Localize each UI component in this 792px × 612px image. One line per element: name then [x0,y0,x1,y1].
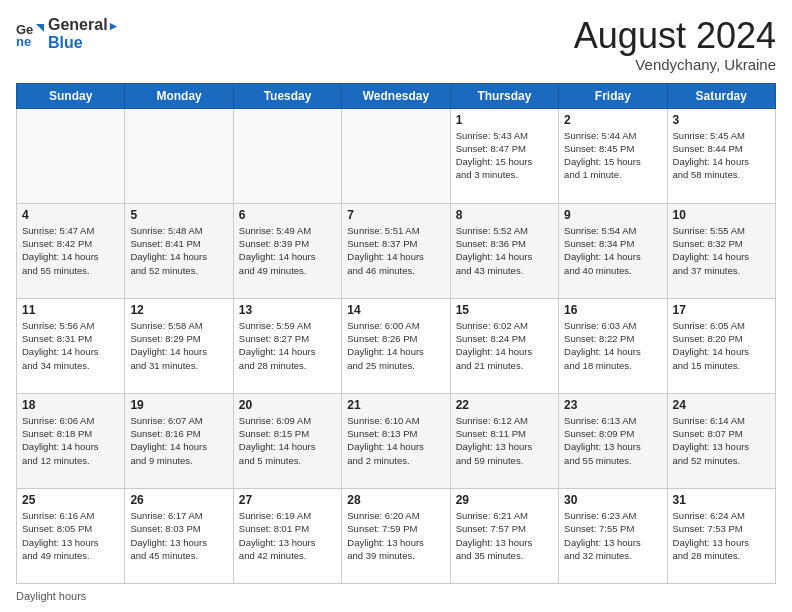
day-info: Sunrise: 6:05 AM Sunset: 8:20 PM Dayligh… [673,319,770,372]
table-row: 8Sunrise: 5:52 AM Sunset: 8:36 PM Daylig… [450,203,558,298]
day-number: 12 [130,303,227,317]
day-number: 1 [456,113,553,127]
day-info: Sunrise: 5:47 AM Sunset: 8:42 PM Dayligh… [22,224,119,277]
footer: Daylight hours [16,590,776,602]
svg-text:ne: ne [16,34,31,48]
table-row: 12Sunrise: 5:58 AM Sunset: 8:29 PM Dayli… [125,298,233,393]
col-friday: Friday [559,83,667,108]
table-row: 26Sunrise: 6:17 AM Sunset: 8:03 PM Dayli… [125,488,233,583]
day-info: Sunrise: 6:17 AM Sunset: 8:03 PM Dayligh… [130,509,227,562]
day-info: Sunrise: 6:00 AM Sunset: 8:26 PM Dayligh… [347,319,444,372]
page: Ge ne General► Blue August 2024 Vendycha… [0,0,792,612]
day-info: Sunrise: 5:56 AM Sunset: 8:31 PM Dayligh… [22,319,119,372]
calendar-week-row: 25Sunrise: 6:16 AM Sunset: 8:05 PM Dayli… [17,488,776,583]
day-info: Sunrise: 6:06 AM Sunset: 8:18 PM Dayligh… [22,414,119,467]
day-info: Sunrise: 6:03 AM Sunset: 8:22 PM Dayligh… [564,319,661,372]
day-number: 24 [673,398,770,412]
svg-marker-2 [36,24,44,32]
day-info: Sunrise: 6:21 AM Sunset: 7:57 PM Dayligh… [456,509,553,562]
logo-text-line1: General► [48,16,119,34]
table-row: 19Sunrise: 6:07 AM Sunset: 8:16 PM Dayli… [125,393,233,488]
table-row: 3Sunrise: 5:45 AM Sunset: 8:44 PM Daylig… [667,108,775,203]
col-thursday: Thursday [450,83,558,108]
table-row: 24Sunrise: 6:14 AM Sunset: 8:07 PM Dayli… [667,393,775,488]
calendar-week-row: 11Sunrise: 5:56 AM Sunset: 8:31 PM Dayli… [17,298,776,393]
table-row: 9Sunrise: 5:54 AM Sunset: 8:34 PM Daylig… [559,203,667,298]
day-info: Sunrise: 6:20 AM Sunset: 7:59 PM Dayligh… [347,509,444,562]
table-row [233,108,341,203]
day-number: 7 [347,208,444,222]
table-row: 17Sunrise: 6:05 AM Sunset: 8:20 PM Dayli… [667,298,775,393]
table-row: 4Sunrise: 5:47 AM Sunset: 8:42 PM Daylig… [17,203,125,298]
day-number: 2 [564,113,661,127]
day-number: 8 [456,208,553,222]
table-row: 28Sunrise: 6:20 AM Sunset: 7:59 PM Dayli… [342,488,450,583]
calendar-header-row: Sunday Monday Tuesday Wednesday Thursday… [17,83,776,108]
header: Ge ne General► Blue August 2024 Vendycha… [16,16,776,73]
calendar-week-row: 18Sunrise: 6:06 AM Sunset: 8:18 PM Dayli… [17,393,776,488]
day-info: Sunrise: 5:49 AM Sunset: 8:39 PM Dayligh… [239,224,336,277]
table-row: 15Sunrise: 6:02 AM Sunset: 8:24 PM Dayli… [450,298,558,393]
table-row: 22Sunrise: 6:12 AM Sunset: 8:11 PM Dayli… [450,393,558,488]
day-number: 21 [347,398,444,412]
day-info: Sunrise: 6:10 AM Sunset: 8:13 PM Dayligh… [347,414,444,467]
location: Vendychany, Ukraine [574,56,776,73]
day-info: Sunrise: 6:19 AM Sunset: 8:01 PM Dayligh… [239,509,336,562]
table-row: 18Sunrise: 6:06 AM Sunset: 8:18 PM Dayli… [17,393,125,488]
day-info: Sunrise: 5:45 AM Sunset: 8:44 PM Dayligh… [673,129,770,182]
table-row: 5Sunrise: 5:48 AM Sunset: 8:41 PM Daylig… [125,203,233,298]
day-number: 19 [130,398,227,412]
day-number: 13 [239,303,336,317]
table-row: 16Sunrise: 6:03 AM Sunset: 8:22 PM Dayli… [559,298,667,393]
table-row [125,108,233,203]
col-wednesday: Wednesday [342,83,450,108]
day-number: 10 [673,208,770,222]
logo-icon: Ge ne [16,20,44,48]
table-row: 31Sunrise: 6:24 AM Sunset: 7:53 PM Dayli… [667,488,775,583]
table-row: 13Sunrise: 5:59 AM Sunset: 8:27 PM Dayli… [233,298,341,393]
table-row: 23Sunrise: 6:13 AM Sunset: 8:09 PM Dayli… [559,393,667,488]
table-row: 25Sunrise: 6:16 AM Sunset: 8:05 PM Dayli… [17,488,125,583]
day-info: Sunrise: 6:09 AM Sunset: 8:15 PM Dayligh… [239,414,336,467]
table-row: 7Sunrise: 5:51 AM Sunset: 8:37 PM Daylig… [342,203,450,298]
day-number: 16 [564,303,661,317]
day-number: 9 [564,208,661,222]
logo-text-line2: Blue [48,34,119,52]
day-number: 4 [22,208,119,222]
day-number: 30 [564,493,661,507]
day-info: Sunrise: 5:59 AM Sunset: 8:27 PM Dayligh… [239,319,336,372]
day-info: Sunrise: 6:24 AM Sunset: 7:53 PM Dayligh… [673,509,770,562]
col-monday: Monday [125,83,233,108]
day-info: Sunrise: 5:51 AM Sunset: 8:37 PM Dayligh… [347,224,444,277]
day-number: 26 [130,493,227,507]
day-info: Sunrise: 5:54 AM Sunset: 8:34 PM Dayligh… [564,224,661,277]
day-number: 5 [130,208,227,222]
table-row: 27Sunrise: 6:19 AM Sunset: 8:01 PM Dayli… [233,488,341,583]
day-info: Sunrise: 6:02 AM Sunset: 8:24 PM Dayligh… [456,319,553,372]
day-number: 23 [564,398,661,412]
day-number: 3 [673,113,770,127]
table-row: 11Sunrise: 5:56 AM Sunset: 8:31 PM Dayli… [17,298,125,393]
month-year: August 2024 [574,16,776,56]
calendar-week-row: 1Sunrise: 5:43 AM Sunset: 8:47 PM Daylig… [17,108,776,203]
footer-label: Daylight hours [16,590,86,602]
day-info: Sunrise: 5:43 AM Sunset: 8:47 PM Dayligh… [456,129,553,182]
table-row: 14Sunrise: 6:00 AM Sunset: 8:26 PM Dayli… [342,298,450,393]
day-info: Sunrise: 6:13 AM Sunset: 8:09 PM Dayligh… [564,414,661,467]
day-number: 28 [347,493,444,507]
day-number: 14 [347,303,444,317]
day-number: 15 [456,303,553,317]
day-number: 17 [673,303,770,317]
day-number: 6 [239,208,336,222]
day-info: Sunrise: 5:48 AM Sunset: 8:41 PM Dayligh… [130,224,227,277]
table-row: 21Sunrise: 6:10 AM Sunset: 8:13 PM Dayli… [342,393,450,488]
table-row: 20Sunrise: 6:09 AM Sunset: 8:15 PM Dayli… [233,393,341,488]
table-row: 10Sunrise: 5:55 AM Sunset: 8:32 PM Dayli… [667,203,775,298]
day-number: 11 [22,303,119,317]
calendar-week-row: 4Sunrise: 5:47 AM Sunset: 8:42 PM Daylig… [17,203,776,298]
day-info: Sunrise: 5:44 AM Sunset: 8:45 PM Dayligh… [564,129,661,182]
day-info: Sunrise: 6:07 AM Sunset: 8:16 PM Dayligh… [130,414,227,467]
col-sunday: Sunday [17,83,125,108]
title-block: August 2024 Vendychany, Ukraine [574,16,776,73]
day-number: 20 [239,398,336,412]
